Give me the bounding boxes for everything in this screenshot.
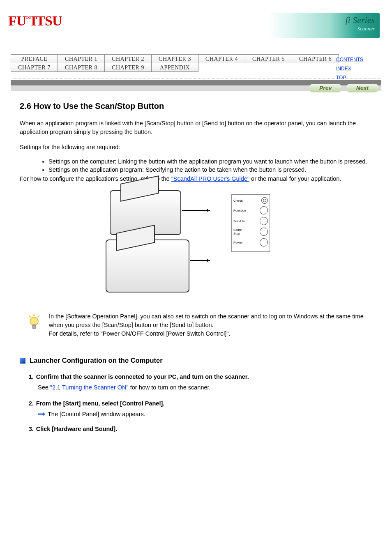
- panel-label: Check: [233, 199, 243, 203]
- panel-row: Function: [233, 206, 268, 214]
- panel-label: Scan/ Stop: [233, 228, 242, 235]
- step-desc: See "2.1 Turning the Scanner ON" for how…: [38, 383, 372, 392]
- banner: fi Series Scanner: [269, 13, 380, 38]
- panel-label: Send to: [233, 219, 245, 223]
- settings-list: Settings on the computer: Linking the bu…: [32, 158, 372, 173]
- panel-row: Power: [233, 238, 268, 246]
- banner-series: fi Series: [346, 15, 375, 25]
- tab-chapter-1[interactable]: CHAPTER 1: [58, 54, 105, 63]
- step-title: From the [Start] menu, select [Control P…: [36, 400, 165, 407]
- square-bullet-icon: [20, 358, 25, 364]
- logo: FU∞ITSU: [8, 13, 62, 29]
- step: 3.Click [Hardware and Sound].: [29, 426, 372, 432]
- arrow-icon: [190, 260, 210, 261]
- scanner-figure: CheckFunctionSend toScan/ StopPower: [106, 190, 286, 297]
- link-index[interactable]: INDEX: [336, 66, 363, 71]
- hint-link[interactable]: "Power ON/OFF Control [Power Switch Cont…: [101, 330, 229, 337]
- operator-panel: CheckFunctionSend toScan/ StopPower: [231, 194, 270, 252]
- step-link[interactable]: "2.1 Turning the Scanner ON": [50, 384, 129, 391]
- nav-tabs: PREFACECHAPTER 1CHAPTER 2CHAPTER 3CHAPTE…: [11, 54, 381, 71]
- tab-chapter-9[interactable]: CHAPTER 9: [104, 63, 152, 72]
- link-contents[interactable]: CONTENTS: [336, 57, 363, 62]
- page-title: 2.6 How to Use the Scan/Stop Button: [20, 101, 372, 111]
- step-title: Click [Hardware and Sound].: [36, 426, 117, 432]
- subheading: Launcher Configuration on the Computer: [20, 357, 372, 364]
- step-number: 2.: [29, 400, 34, 407]
- lead-paragraph: When an application program is linked wi…: [20, 119, 372, 136]
- settings-item: Settings on the application program: Spe…: [48, 166, 372, 173]
- svg-rect-1: [32, 325, 36, 329]
- panel-button-icon: [261, 197, 268, 204]
- panel-button-icon: [260, 238, 268, 246]
- panel-button-icon: [260, 228, 268, 236]
- tab-appendix[interactable]: APPENDIX: [151, 63, 198, 72]
- steps: 1.Confirm that the scanner is connected …: [29, 373, 372, 432]
- next-button[interactable]: Next: [346, 84, 379, 92]
- step-number: 3.: [29, 426, 34, 432]
- step: 2.From the [Start] menu, select [Control…: [29, 400, 372, 417]
- hint-box: In the [Software Operation Panel], you c…: [20, 307, 372, 344]
- reference-line: For how to configure the application's s…: [20, 175, 372, 182]
- link-top[interactable]: TOP: [336, 75, 363, 81]
- step-number: 1.: [29, 373, 34, 380]
- panel-button-icon: [260, 206, 268, 214]
- step-result: The [Control Panel] window appears.: [38, 411, 372, 417]
- tab-chapter-7[interactable]: CHAPTER 7: [11, 63, 58, 72]
- side-links: CONTENTS INDEX TOP: [336, 57, 363, 84]
- step-title: Confirm that the scanner is connected to…: [36, 373, 249, 380]
- settings-intro: Settings for the following are required:: [20, 143, 372, 152]
- prev-button[interactable]: Prev: [309, 84, 342, 92]
- result-arrow-icon: [38, 411, 45, 416]
- step: 1.Confirm that the scanner is connected …: [29, 373, 372, 392]
- tab-chapter-8[interactable]: CHAPTER 8: [58, 63, 105, 72]
- tab-preface[interactable]: PREFACE: [11, 54, 58, 63]
- tab-chapter-3[interactable]: CHAPTER 3: [151, 54, 198, 63]
- tab-chapter-5[interactable]: CHAPTER 5: [245, 54, 292, 63]
- tab-chapter-4[interactable]: CHAPTER 4: [198, 54, 245, 63]
- tab-chapter-6[interactable]: CHAPTER 6: [292, 54, 339, 63]
- tab-chapter-2[interactable]: CHAPTER 2: [104, 54, 152, 63]
- ref-link-scandall[interactable]: "ScandAll PRO User's Guide": [171, 175, 249, 182]
- panel-row: Send to: [233, 217, 268, 225]
- arrow-icon: [182, 210, 210, 211]
- panel-row: Check: [233, 197, 268, 204]
- settings-item: Settings on the computer: Linking the bu…: [48, 158, 372, 165]
- hint-text-1: In the [Software Operation Panel], you c…: [49, 313, 364, 328]
- scanner-flatbed-icon: [106, 240, 189, 292]
- svg-point-0: [30, 317, 38, 325]
- banner-sub: Scanner: [357, 25, 375, 32]
- panel-label: Power: [233, 241, 243, 244]
- lightbulb-icon: [26, 312, 42, 330]
- svg-marker-5: [43, 412, 45, 416]
- panel-row: Scan/ Stop: [233, 228, 268, 236]
- panel-label: Function: [233, 209, 246, 212]
- panel-button-icon: [260, 217, 268, 225]
